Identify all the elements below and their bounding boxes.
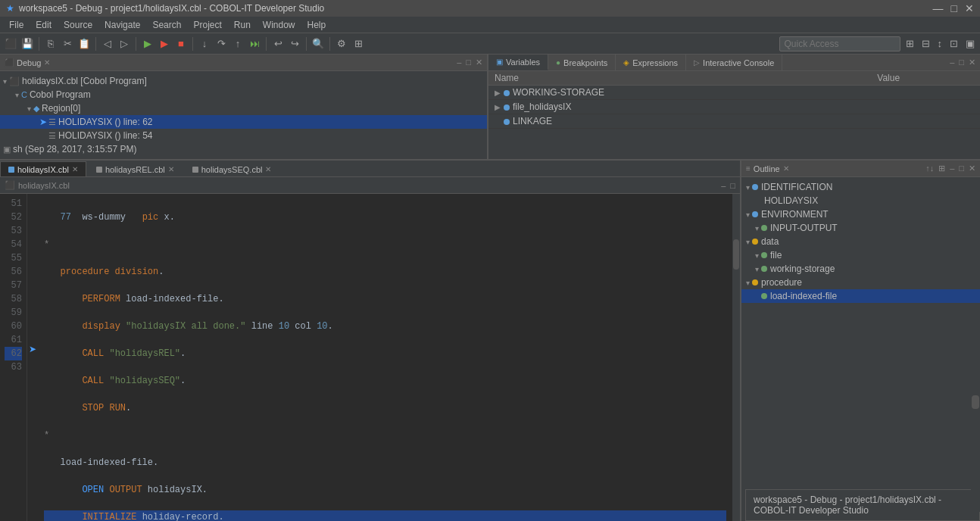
outline-label-0: IDENTIFICATION xyxy=(761,182,832,192)
toolbar-debug[interactable]: ▶ xyxy=(157,36,172,51)
table-row[interactable]: ▶LINKAGE xyxy=(488,114,980,129)
debug-tree-item-0[interactable]: ▾ ⬛ holidaysIX.cbl [Cobol Program] xyxy=(0,74,487,88)
tab-variables[interactable]: ▣ Variables xyxy=(488,55,548,70)
debug-tree-item-5[interactable]: ▣ sh (Sep 28, 2017, 3:15:57 PM) xyxy=(0,142,487,156)
etab-close-1[interactable]: ✕ xyxy=(168,165,174,173)
outline-dot-7 xyxy=(752,279,758,285)
editor-minimize[interactable]: – xyxy=(721,181,726,190)
etab-close-0[interactable]: ✕ xyxy=(72,165,78,173)
outline-item-working-storage[interactable]: ▾ working-storage xyxy=(741,262,980,276)
quick-access-icon-5[interactable]: ▣ xyxy=(963,36,977,51)
bp-63 xyxy=(27,357,38,371)
vars-table-body: ▶WORKING-STORAGE ▶file_holidaysIX ▶LINKA… xyxy=(488,86,980,129)
outline-item-procedure[interactable]: ▾ procedure xyxy=(741,276,980,289)
outline-item-identification[interactable]: ▾ IDENTIFICATION xyxy=(741,180,980,194)
tab-expressions[interactable]: ◈ Expressions xyxy=(616,55,686,70)
toolbar-btn-4[interactable]: ✂ xyxy=(60,36,75,51)
menu-edit[interactable]: Edit xyxy=(30,18,58,32)
toolbar-misc-2[interactable]: ⊞ xyxy=(351,36,366,51)
minimize-button[interactable]: — xyxy=(933,2,944,14)
tab-breakpoints[interactable]: ● Breakpoints xyxy=(548,55,616,70)
menu-project[interactable]: Project xyxy=(187,18,227,32)
toolbar-undo[interactable]: ↩ xyxy=(270,36,286,51)
outline-close[interactable]: ✕ xyxy=(969,164,975,173)
toolbar-separator-4 xyxy=(192,37,193,51)
toolbar-step-into[interactable]: ↓ xyxy=(197,36,212,51)
etab-close-2[interactable]: ✕ xyxy=(265,165,271,173)
menu-run[interactable]: Run xyxy=(228,18,257,32)
quick-access-icon-4[interactable]: ⊡ xyxy=(947,36,960,51)
editor-tab-2[interactable]: holidaysSEQ.cbl ✕ xyxy=(184,161,280,176)
toolbar-btn-3[interactable]: ⎘ xyxy=(43,36,58,51)
debug-tree-item-3[interactable]: ➤ ☰ HOLIDAYSIX () line: 62 xyxy=(0,115,487,129)
close-button[interactable]: ✕ xyxy=(965,2,974,14)
menu-window[interactable]: Window xyxy=(257,18,301,32)
debug-panel-minimize[interactable]: – xyxy=(457,58,461,67)
editor-tab-1[interactable]: holidaysREL.cbl ✕ xyxy=(88,161,183,176)
menu-search[interactable]: Search xyxy=(146,18,187,32)
outline-item-input-output[interactable]: ▾ INPUT-OUTPUT xyxy=(741,221,980,235)
debug-panel-close[interactable]: ✕ xyxy=(476,58,482,67)
code-line-51: 77 ws-dummy pic x. xyxy=(44,211,726,224)
toolbar-btn-5[interactable]: 📋 xyxy=(76,36,92,51)
menu-file[interactable]: File xyxy=(3,18,30,32)
editor-tab-0[interactable]: holidaysIX.cbl ✕ xyxy=(0,161,86,176)
quick-access-icon-3[interactable]: ↕ xyxy=(935,36,945,51)
line-num-55: 55 xyxy=(5,251,22,265)
toolbar-step-over[interactable]: ↷ xyxy=(214,36,229,51)
toolbar-search[interactable]: 🔍 xyxy=(311,36,326,51)
quick-access-icon-2[interactable]: ⊟ xyxy=(919,36,932,51)
toolbar-run[interactable]: ▶ xyxy=(140,36,155,51)
code-editor[interactable]: 77 ws-dummy pic x. * procedure division.… xyxy=(38,194,732,521)
current-line-indicator: ➤ xyxy=(39,117,48,127)
outline-panel-title: Outline xyxy=(754,164,780,173)
vars-panel-maximize[interactable]: □ xyxy=(959,58,964,67)
editor-scrollbar-thumb[interactable] xyxy=(733,239,739,270)
table-row[interactable]: ▶file_holidaysIX xyxy=(488,100,980,114)
outline-collapse-btn[interactable]: ⊞ xyxy=(938,164,945,173)
toolbar-redo[interactable]: ↪ xyxy=(287,36,302,51)
debug-tree-item-4[interactable]: ☰ HOLIDAYSIX () line: 54 xyxy=(0,129,487,142)
outline-minimize[interactable]: – xyxy=(950,164,954,173)
outline-item-environment[interactable]: ▾ ENVIRONMENT xyxy=(741,207,980,221)
toolbar-resume[interactable]: ⏭ xyxy=(247,36,262,51)
toolbar-next-edit[interactable]: ▷ xyxy=(117,36,132,51)
code-line-56: CALL "holidaysREL". xyxy=(44,347,726,360)
toolbar-btn-1[interactable]: ⬛ xyxy=(3,36,18,51)
editor-scrollbar[interactable] xyxy=(732,194,740,521)
vars-panel-close[interactable]: ✕ xyxy=(969,58,975,67)
menu-help[interactable]: Help xyxy=(301,18,332,32)
outline-item-holidaysix[interactable]: ▾ HOLIDAYSIX xyxy=(741,194,980,207)
outline-item-load-indexed-file[interactable]: ▾ load-indexed-file xyxy=(741,289,980,303)
outline-dot-0 xyxy=(752,184,758,190)
debug-tree-item-2[interactable]: ▾ ◆ Region[0] xyxy=(0,101,487,115)
toolbar-stop[interactable]: ■ xyxy=(173,36,189,51)
quick-access-icon-1[interactable]: ⊞ xyxy=(904,36,916,51)
editor-header: ⬛ holidaysIX.cbl – □ xyxy=(0,177,740,194)
outline-sort-btn[interactable]: ↑↓ xyxy=(925,164,934,173)
debug-tree-item-1[interactable]: ▾ C Cobol Program xyxy=(0,88,487,101)
toolbar-btn-2[interactable]: 💾 xyxy=(20,36,35,51)
outline-maximize[interactable]: □ xyxy=(959,164,964,173)
row-name-1: file_holidaysIX xyxy=(513,101,571,112)
line-num-61: 61 xyxy=(5,333,22,347)
toolbar-step-out[interactable]: ↑ xyxy=(230,36,245,51)
terminal-scrollbar-thumb[interactable] xyxy=(972,395,979,409)
terminal-scrollbar[interactable] xyxy=(971,392,980,512)
row-name-0: WORKING-STORAGE xyxy=(513,87,604,98)
editor-section: holidaysIX.cbl ✕ holidaysREL.cbl ✕ holid… xyxy=(0,161,980,521)
debug-panel-maximize[interactable]: □ xyxy=(466,58,471,67)
tab-interactive-console[interactable]: ▷ Interactive Console xyxy=(686,55,782,70)
maximize-button[interactable]: □ xyxy=(951,2,957,14)
menu-navigate[interactable]: Navigate xyxy=(98,18,146,32)
table-row[interactable]: ▶WORKING-STORAGE xyxy=(488,86,980,100)
editor-maximize[interactable]: □ xyxy=(730,181,735,190)
toolbar-misc-1[interactable]: ⚙ xyxy=(334,36,349,51)
vars-panel-minimize[interactable]: – xyxy=(950,58,954,67)
toolbar-separator-2 xyxy=(95,37,96,51)
toolbar-prev-edit[interactable]: ◁ xyxy=(100,36,115,51)
outline-item-data[interactable]: ▾ data xyxy=(741,235,980,248)
quick-access-input[interactable] xyxy=(779,36,900,51)
outline-item-file[interactable]: ▾ file xyxy=(741,248,980,262)
menu-source[interactable]: Source xyxy=(58,18,98,32)
